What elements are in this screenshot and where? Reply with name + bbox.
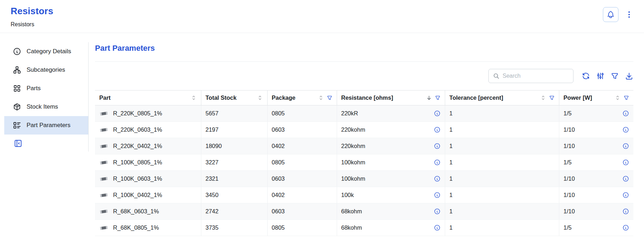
info-circle-icon[interactable] <box>622 126 629 133</box>
cell-resistance: 220kohm <box>337 138 445 154</box>
cell-package: 0603 <box>267 203 337 220</box>
sidebar-item-subcategories[interactable]: Subcategories <box>4 61 88 79</box>
table-row[interactable]: R_68K_0603_1% 2742 0603 68kohm 1 1/10 <box>95 203 633 220</box>
column-header-part[interactable]: Part <box>95 91 201 105</box>
search-input[interactable] <box>503 73 569 79</box>
cell-resistance: 68kohm <box>337 203 445 220</box>
part-thumbnail <box>99 192 108 198</box>
part-name: R_220K_0805_1% <box>113 110 162 117</box>
sort-selector-icon[interactable] <box>540 95 546 101</box>
column-filter-icon[interactable] <box>435 95 441 101</box>
column-settings-button[interactable] <box>596 72 605 80</box>
table-row[interactable]: R_220K_0603_1% 2197 0603 220kohm 1 1/10 <box>95 122 633 138</box>
cell-package: 0402 <box>267 138 337 154</box>
cell-total-stock: 2742 <box>201 203 267 220</box>
grid-icon <box>13 84 21 93</box>
info-circle-icon[interactable] <box>434 192 441 198</box>
sort-selector-icon[interactable] <box>615 95 621 101</box>
sidebar-item-label: Parts <box>27 85 41 92</box>
column-filter-icon[interactable] <box>623 95 629 101</box>
overflow-menu-button[interactable] <box>625 10 633 19</box>
power-value: 1/10 <box>564 126 575 133</box>
collapse-sidebar-button[interactable] <box>13 139 23 148</box>
sort-desc-icon[interactable] <box>426 95 432 101</box>
info-circle-icon[interactable] <box>622 159 629 166</box>
cell-tolerance: 1 <box>445 187 559 203</box>
table-row[interactable]: R_220K_0402_1% 18090 0402 220kohm 1 1/10 <box>95 138 633 154</box>
column-header-package[interactable]: Package <box>267 91 337 105</box>
column-filter-icon[interactable] <box>327 95 332 101</box>
sidebar-item-parts[interactable]: Parts <box>4 79 88 98</box>
cell-part: R_100K_0603_1% <box>95 171 201 187</box>
table-row[interactable]: R_220K_0805_1% 5657 0805 220kR 1 1/5 <box>95 105 633 122</box>
power-value: 1/5 <box>564 110 572 117</box>
part-thumbnail <box>99 160 108 165</box>
sidebar-item-label: Part Parameters <box>27 122 71 129</box>
table-row[interactable]: R_100K_0805_1% 3227 0805 100kohm 1 1/5 <box>95 154 633 171</box>
column-header-total-stock[interactable]: Total Stock <box>201 91 267 105</box>
refresh-button[interactable] <box>582 72 590 80</box>
sort-selector-icon[interactable] <box>257 95 263 101</box>
cell-tolerance: 1 <box>445 203 559 220</box>
notifications-button[interactable] <box>603 7 618 22</box>
download-button[interactable] <box>625 72 633 80</box>
info-circle-icon[interactable] <box>434 175 441 182</box>
table-row[interactable]: R_68K_0805_1% 3735 0805 68kohm 1 1/5 <box>95 220 633 236</box>
sidebar-item-stock-items[interactable]: Stock Items <box>4 98 88 116</box>
breadcrumb[interactable]: Resistors <box>11 21 53 28</box>
part-name: R_100K_0402_1% <box>113 192 162 198</box>
info-icon <box>13 47 21 56</box>
cell-part: R_220K_0805_1% <box>95 105 201 122</box>
stock-box-icon <box>13 103 21 111</box>
cell-part: R_68K_0805_1% <box>95 220 201 236</box>
search-box[interactable] <box>488 69 573 83</box>
part-thumbnail <box>99 225 108 231</box>
cell-tolerance: 1 <box>445 122 559 138</box>
sort-selector-icon[interactable] <box>318 95 324 101</box>
info-circle-icon[interactable] <box>622 175 629 182</box>
cell-package: 0603 <box>267 122 337 138</box>
sidebar-item-part-parameters[interactable]: Part Parameters <box>4 116 88 135</box>
info-circle-icon[interactable] <box>622 224 629 231</box>
info-circle-icon[interactable] <box>622 110 629 117</box>
sidebar-item-label: Stock Items <box>27 103 58 110</box>
info-circle-icon[interactable] <box>434 159 441 166</box>
sort-selector-icon[interactable] <box>191 95 197 101</box>
part-thumbnail <box>99 127 108 133</box>
table-row[interactable]: R_100K_0603_1% 2321 0603 100kohm 1 1/10 <box>95 171 633 187</box>
cell-power: 1/10 <box>559 171 633 187</box>
cell-tolerance: 1 <box>445 105 559 122</box>
cell-power: 1/10 <box>559 122 633 138</box>
table-header-row: Part Total Stock <box>95 91 633 105</box>
info-circle-icon[interactable] <box>622 143 629 149</box>
cell-package: 0402 <box>267 187 337 203</box>
main-panel: Part Parameters <box>89 42 633 236</box>
column-header-tolerance[interactable]: Tolerance [percent] <box>445 91 559 105</box>
info-circle-icon[interactable] <box>622 192 629 198</box>
info-circle-icon[interactable] <box>434 110 441 117</box>
cell-power: 1/5 <box>559 154 633 171</box>
column-filter-icon[interactable] <box>549 95 555 101</box>
info-circle-icon[interactable] <box>434 224 441 231</box>
cell-resistance: 100k <box>337 187 445 203</box>
cell-tolerance: 1 <box>445 138 559 154</box>
sidebar-item-label: Category Details <box>27 48 71 55</box>
column-header-power[interactable]: Power [W] <box>559 91 633 105</box>
info-circle-icon[interactable] <box>434 143 441 149</box>
table-filters-button[interactable] <box>611 72 619 80</box>
cell-total-stock: 3735 <box>201 220 267 236</box>
resistance-value: 220kohm <box>341 143 365 149</box>
column-header-resistance[interactable]: Resistance [ohms] <box>337 91 445 105</box>
resistance-value: 220kohm <box>341 126 365 133</box>
sidebar-item-category-details[interactable]: Category Details <box>4 42 88 61</box>
part-name: R_100K_0603_1% <box>113 175 162 182</box>
info-circle-icon[interactable] <box>434 208 441 215</box>
cell-part: R_220K_0603_1% <box>95 122 201 138</box>
info-circle-icon[interactable] <box>434 126 441 133</box>
cell-power: 1/10 <box>559 187 633 203</box>
table-row[interactable]: R_100K_0402_1% 3450 0402 100k 1 1/10 <box>95 187 633 203</box>
info-circle-icon[interactable] <box>622 208 629 215</box>
power-value: 1/5 <box>564 159 572 166</box>
cell-tolerance: 1 <box>445 171 559 187</box>
part-name: R_100K_0805_1% <box>113 159 162 166</box>
